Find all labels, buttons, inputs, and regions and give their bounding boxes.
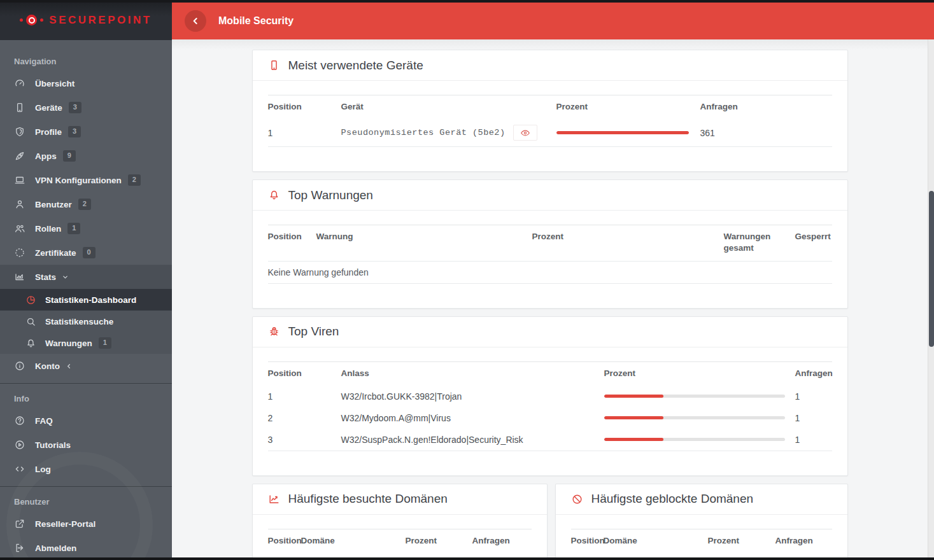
table-row: 1 W32/Ircbot.GUKK-3982|Trojan 1 <box>268 386 832 407</box>
sidebar-item-rollen[interactable]: Rollen 1 <box>0 216 172 241</box>
card-header: Häufigste geblockte Domänen <box>556 484 847 515</box>
sidebar-item-benutzer[interactable]: Benutzer 2 <box>0 192 172 216</box>
sidebar-item-label: Statistikensuche <box>45 317 113 326</box>
gauge-icon <box>14 78 25 89</box>
progress-bar <box>604 416 664 419</box>
logo-o-icon <box>26 15 37 25</box>
stats-group: Stats Statistiken-Dashboard Statistikens… <box>0 265 172 354</box>
stats-icon <box>14 271 25 283</box>
sidebar-item-statistiken-dashboard[interactable]: Statistiken-Dashboard <box>0 289 172 311</box>
badge: 3 <box>68 126 81 137</box>
sidebar-item-label: Tutorials <box>35 440 71 450</box>
info-icon <box>14 360 25 372</box>
window-bottom-edge <box>0 557 934 560</box>
scrollbar-track[interactable] <box>928 39 934 560</box>
chevron-left-icon <box>190 16 201 26</box>
visited-domains-table: Position Domäne Prozent Anfragen 1 spieg… <box>268 529 532 560</box>
sidebar-item-geraete[interactable]: Geräte 3 <box>0 95 172 120</box>
sidebar-item-profile[interactable]: Profile 3 <box>0 120 172 144</box>
sidebar: SECUREPOINT Navigation Übersicht Geräte … <box>0 0 172 560</box>
column-header-device: Gerät <box>341 95 556 120</box>
sidebar-item-label: FAQ <box>35 416 53 426</box>
empty-row: Keine Warnung gefunden <box>268 261 832 283</box>
column-header-position: Position <box>268 225 316 261</box>
column-header-percent: Prozent <box>556 95 700 120</box>
sidebar-item-stats[interactable]: Stats <box>0 265 172 289</box>
column-header-warning: Warnung <box>316 225 532 261</box>
sidebar-item-label: Apps <box>35 151 57 161</box>
sidebar-item-uebersicht[interactable]: Übersicht <box>0 71 172 95</box>
back-button[interactable] <box>185 10 206 32</box>
badge: 0 <box>83 247 96 258</box>
play-icon <box>14 439 25 451</box>
requests-cell: 1 <box>795 429 832 451</box>
sidebar-item-warnungen[interactable]: Warnungen 1 <box>0 332 172 354</box>
position-cell: 1 <box>268 386 341 407</box>
badge: 1 <box>99 337 111 348</box>
sidebar-item-statistikensuche[interactable]: Statistikensuche <box>0 311 172 332</box>
chevron-down-icon <box>62 274 69 281</box>
rocket-icon <box>14 150 25 162</box>
column-header-cause: Anlass <box>341 361 604 386</box>
column-header-requests: Anfragen <box>472 529 532 553</box>
device-name: Pseudonymisiertes Gerät (5be2) <box>341 128 506 137</box>
card-title: Top Warnungen <box>288 188 373 202</box>
user-icon <box>14 199 25 210</box>
sidebar-item-label: Statistiken-Dashboard <box>45 295 136 305</box>
question-icon <box>14 415 25 426</box>
progress-track <box>556 131 689 134</box>
column-header-position: Position <box>268 529 301 553</box>
viruses-table: Position Anlass Prozent Anfragen 1 W32/I… <box>268 361 832 451</box>
laptop-icon <box>14 174 25 186</box>
sidebar-item-label: Stats <box>35 272 56 282</box>
badge: 1 <box>67 223 80 234</box>
column-header-total: Warnungen gesamt <box>724 225 795 261</box>
sidebar-item-label: Rollen <box>35 224 61 234</box>
empty-message: Keine Warnung gefunden <box>268 261 832 283</box>
sidebar-item-label: VPN Konfigurationen <box>35 176 122 185</box>
column-header-domain: Domäne <box>604 529 708 553</box>
table-row: 1 Pseudonymisiertes Gerät (5be2) <box>268 119 832 147</box>
card-blocked-domains: Häufigste geblockte Domänen Position Dom… <box>555 484 848 560</box>
sidebar-item-faq[interactable]: FAQ <box>0 409 172 433</box>
requests-cell: 361 <box>700 119 832 147</box>
column-header-percent: Prozent <box>532 225 724 261</box>
topbar: Mobile Security <box>172 0 934 39</box>
sidebar-item-vpn-konfigurationen[interactable]: VPN Konfigurationen 2 <box>0 168 172 192</box>
badge: 2 <box>78 199 91 209</box>
position-cell: 1 <box>268 119 341 147</box>
smartphone-icon <box>268 59 280 71</box>
eye-icon <box>520 128 530 138</box>
bell-icon <box>25 338 36 349</box>
logo-wordmark: SECUREPOINT <box>49 14 152 27</box>
content: Meist verwendete Geräte Position Gerät P… <box>172 39 928 560</box>
card-visited-domains: Häufigste besuchte Domänen Position Domä… <box>252 484 548 560</box>
code-icon <box>14 463 25 475</box>
card-title: Häufigste besuchte Domänen <box>288 492 448 506</box>
card-title: Meist verwendete Geräte <box>288 59 423 73</box>
progress-bar <box>604 438 664 441</box>
show-device-button[interactable] <box>513 125 537 141</box>
sidebar-item-zertifikate[interactable]: Zertifikate 0 <box>0 241 172 265</box>
sidebar-item-konto[interactable]: Konto <box>0 354 172 378</box>
sidebar-item-label: Warnungen <box>45 339 92 348</box>
card-title: Top Viren <box>288 325 339 339</box>
column-header-position: Position <box>571 529 604 553</box>
page-title: Mobile Security <box>218 15 294 27</box>
shield-icon <box>14 126 25 137</box>
logo-dot-icon <box>20 18 23 22</box>
progress-track <box>604 438 785 441</box>
sidebar-item-apps[interactable]: Apps 9 <box>0 144 172 168</box>
logo: SECUREPOINT <box>0 0 172 40</box>
card-header: Top Viren <box>253 317 847 347</box>
card-header: Häufigste besuchte Domänen <box>253 484 547 515</box>
blocked-icon <box>571 493 583 505</box>
column-header-position: Position <box>268 95 341 120</box>
sidebar-item-label: Konto <box>35 361 60 371</box>
virus-name: W32/Ircbot.GUKK-3982|Trojan <box>341 386 604 407</box>
search-icon <box>25 316 36 327</box>
sidebar-item-label: Zertifikate <box>35 248 76 258</box>
scrollbar-thumb[interactable] <box>929 191 934 347</box>
column-header-blocked: Gesperrt <box>795 225 832 261</box>
sidebar-item-label: Übersicht <box>35 79 74 88</box>
